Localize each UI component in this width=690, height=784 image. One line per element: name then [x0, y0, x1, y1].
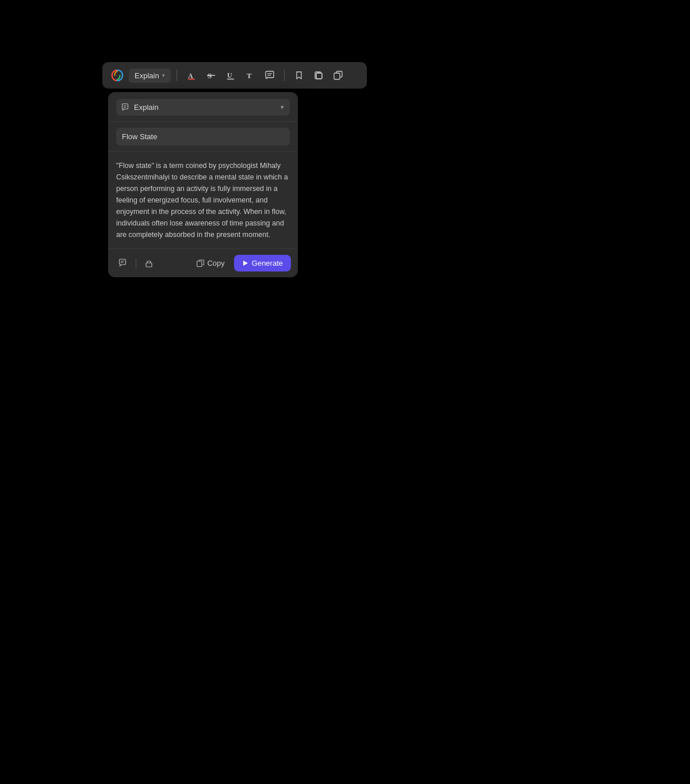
panel-footer: Copy Generate — [108, 248, 298, 277]
bookmark-button[interactable] — [290, 67, 308, 84]
copy-icon — [197, 259, 204, 267]
svg-rect-8 — [266, 71, 274, 78]
toolbar-copy-button[interactable] — [329, 67, 347, 84]
layers-button[interactable] — [310, 67, 327, 84]
svg-rect-20 — [119, 259, 125, 265]
svg-line-17 — [122, 109, 125, 110]
svg-rect-13 — [316, 73, 322, 79]
app-logo — [109, 67, 125, 83]
comment-button[interactable] — [261, 67, 278, 84]
panel-result: "Flow state" is a term coined by psychol… — [108, 152, 298, 248]
toolbar-divider-1 — [177, 70, 177, 81]
footer-lock-button[interactable] — [141, 255, 157, 271]
mode-select-label: Explain — [134, 103, 159, 112]
strikethrough-button[interactable]: S — [202, 67, 220, 84]
svg-rect-25 — [197, 261, 202, 267]
mode-label: Explain — [122, 103, 159, 112]
toolbar-divider-2 — [284, 70, 285, 81]
svg-text:T: T — [247, 71, 252, 80]
highlight-button[interactable]: A — [183, 67, 200, 84]
generate-play-icon — [242, 260, 248, 266]
mode-select[interactable]: Explain ▾ — [116, 99, 290, 116]
mode-icon — [122, 104, 130, 112]
copy-label: Copy — [207, 259, 224, 267]
underline-button[interactable]: U — [222, 67, 239, 84]
svg-rect-15 — [334, 73, 340, 79]
svg-rect-2 — [188, 79, 195, 80]
generate-button[interactable]: Generate — [234, 255, 291, 271]
toolbar: Explain ▾ A S U — [102, 62, 367, 89]
text-format-button[interactable]: T — [241, 67, 259, 84]
svg-text:U: U — [227, 71, 232, 79]
svg-rect-16 — [122, 104, 128, 109]
copy-button[interactable]: Copy — [192, 255, 229, 271]
panel-input-area — [108, 122, 298, 152]
mode-select-chevron: ▾ — [281, 104, 284, 111]
explain-label: Explain — [135, 71, 159, 80]
explain-panel: Explain ▾ "Flow state" is a term coined … — [108, 92, 298, 277]
footer-left-actions — [115, 255, 157, 271]
svg-rect-24 — [146, 263, 152, 267]
explain-chevron: ▾ — [162, 72, 165, 78]
search-input[interactable] — [116, 128, 290, 146]
generate-label: Generate — [252, 259, 283, 267]
explain-button[interactable]: Explain ▾ — [129, 68, 171, 83]
footer-divider — [136, 258, 136, 269]
svg-line-21 — [119, 265, 121, 267]
panel-header: Explain ▾ — [108, 92, 298, 122]
footer-comment-button[interactable] — [115, 255, 131, 271]
ui-container: Explain ▾ A S U — [102, 62, 367, 277]
result-text: "Flow state" is a term coined by psychol… — [116, 160, 290, 240]
footer-right-actions: Copy Generate — [192, 255, 291, 271]
